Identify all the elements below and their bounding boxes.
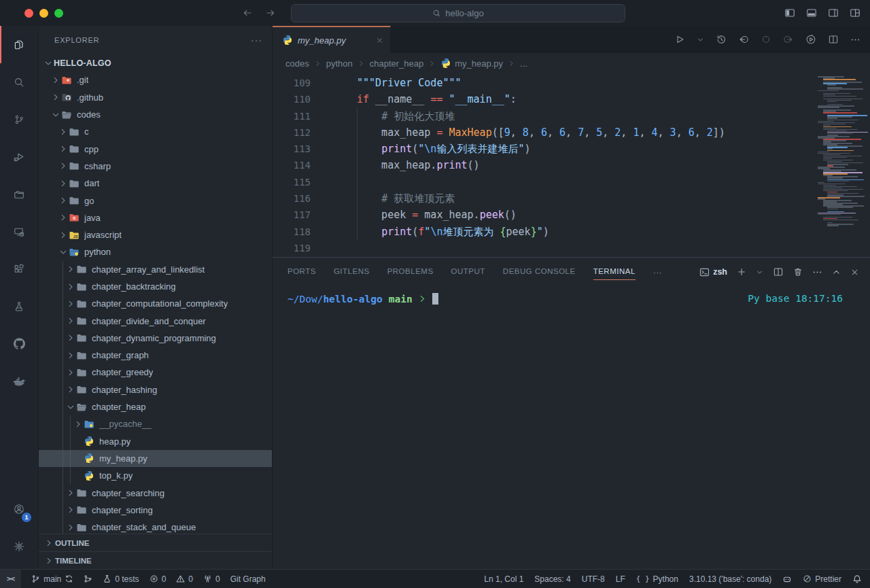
activity-search[interactable]: [0, 63, 38, 101]
toggle-primary-sidebar-button[interactable]: [784, 7, 795, 18]
status-copilot[interactable]: [782, 574, 792, 584]
step-over-button[interactable]: [783, 34, 794, 45]
status-test-explorer[interactable]: 0 tests: [103, 574, 139, 584]
tree-item-csharp[interactable]: csharp: [39, 158, 272, 175]
shell-selector-button[interactable]: zsh: [699, 267, 727, 277]
status-git-branch[interactable]: main: [31, 574, 73, 584]
panel-tab-problems[interactable]: PROBLEMS: [387, 264, 434, 280]
tree-item-chapter-heap[interactable]: chapter_heap: [39, 398, 272, 415]
tree-item-codes[interactable]: codes: [39, 106, 272, 123]
close-window-button[interactable]: [24, 9, 33, 18]
continue-button[interactable]: [761, 34, 771, 45]
command-center-search[interactable]: hello-algo: [291, 4, 625, 22]
close-panel-button[interactable]: [850, 268, 859, 277]
tree-item-java[interactable]: java: [39, 209, 272, 226]
section-outline[interactable]: OUTLINE: [39, 534, 272, 551]
tree-item-chapter-stack-and-queue[interactable]: chapter_stack_and_queue: [39, 519, 272, 534]
activity-accounts[interactable]: 1: [0, 490, 38, 528]
tree-item-heap-py[interactable]: heap.py: [39, 433, 272, 450]
navigate-back-icon[interactable]: [242, 7, 253, 18]
kill-terminal-button[interactable]: [793, 267, 803, 277]
zoom-window-button[interactable]: [54, 9, 63, 18]
panel-tab-terminal[interactable]: TERMINAL: [593, 264, 636, 280]
split-editor-button[interactable]: [828, 34, 839, 45]
toggle-panel-button[interactable]: [806, 7, 817, 18]
panel-tab-output[interactable]: OUTPUT: [451, 264, 485, 280]
tree-item-chapter-greedy[interactable]: chapter_greedy: [39, 364, 272, 381]
tree-item-chapter-computational-complexity[interactable]: chapter_computational_complexity: [39, 295, 272, 312]
tree-item--pycache-[interactable]: __pycache__: [39, 415, 272, 432]
status-python-interpreter[interactable]: 3.10.13 ('base': conda): [689, 574, 771, 584]
status-prettier[interactable]: Prettier: [803, 574, 841, 584]
tab-my-heap-py[interactable]: my_heap.py: [273, 26, 391, 53]
breadcrumb--[interactable]: ...: [520, 58, 527, 69]
new-terminal-button[interactable]: [737, 267, 746, 277]
activity-github[interactable]: [0, 325, 38, 362]
activity-remote-explorer[interactable]: [0, 213, 38, 250]
panel-tab-gitlens[interactable]: GITLENS: [334, 264, 370, 280]
tree-item-dart[interactable]: dart: [39, 175, 272, 192]
panel-tabs-more-button[interactable]: ···: [653, 267, 662, 277]
panel-tab-debug-console[interactable]: DEBUG CONSOLE: [503, 264, 576, 280]
activity-explorer[interactable]: [0, 26, 38, 63]
toggle-secondary-sidebar-button[interactable]: [828, 7, 839, 18]
tree-item-python[interactable]: python: [39, 243, 272, 260]
status-encoding[interactable]: UTF-8: [582, 574, 605, 584]
tree-item-my-heap-py[interactable]: my_heap.py: [39, 450, 272, 467]
tree-item-chapter-graph[interactable]: chapter_graph: [39, 347, 272, 364]
breadcrumb-python[interactable]: python: [326, 58, 353, 69]
status-eol[interactable]: LF: [616, 574, 625, 584]
minimize-window-button[interactable]: [39, 9, 48, 18]
tree-item-javascript[interactable]: JSjavascript: [39, 226, 272, 243]
status-notifications[interactable]: [852, 574, 862, 584]
more-actions-button[interactable]: [850, 35, 860, 45]
run-dropdown-button[interactable]: [697, 36, 704, 44]
code-editor[interactable]: 109"""Driver Code"""110if __name__ == "_…: [273, 73, 870, 257]
tree-item-chapter-sorting[interactable]: chapter_sorting: [39, 502, 272, 519]
minimap[interactable]: [818, 75, 868, 228]
status-forwarded-ports[interactable]: 0: [203, 574, 220, 584]
terminal-profiles-button[interactable]: [756, 269, 763, 276]
tree-item-top-k-py[interactable]: top_k.py: [39, 467, 272, 484]
breadcrumb-codes[interactable]: codes: [285, 58, 309, 69]
tree-item-chapter-backtracking[interactable]: chapter_backtracking: [39, 278, 272, 295]
status-git-graph[interactable]: Git Graph: [230, 574, 266, 584]
activity-run-debug[interactable]: [0, 138, 38, 175]
tree-item-chapter-divide-and-conquer[interactable]: chapter_divide_and_conquer: [39, 312, 272, 329]
panel-tab-ports[interactable]: PORTS: [288, 264, 316, 280]
split-terminal-button[interactable]: [773, 266, 784, 277]
status-problems-warnings[interactable]: 0: [176, 574, 193, 584]
run-file-button[interactable]: [674, 34, 685, 45]
tree-item-chapter-searching[interactable]: chapter_searching: [39, 484, 272, 501]
tree-item-chapter-dynamic-programming[interactable]: chapter_dynamic_programming: [39, 330, 272, 347]
status-remote-indicator[interactable]: ><: [0, 570, 21, 588]
tree-item-hello-algo[interactable]: HELLO-ALGO: [39, 54, 272, 71]
status-problems-errors[interactable]: 0: [150, 574, 167, 584]
more-button[interactable]: [812, 267, 822, 277]
breadcrumb-my-heap-py[interactable]: my_heap.py: [440, 58, 503, 69]
activity-extensions[interactable]: [0, 250, 38, 288]
step-back-button[interactable]: [738, 34, 749, 45]
navigate-forward-icon[interactable]: [265, 7, 276, 18]
activity-docker[interactable]: [0, 362, 38, 400]
tree-item--git[interactable]: .git: [39, 71, 272, 88]
timeline-history-button[interactable]: [716, 34, 727, 45]
customize-layout-button[interactable]: [850, 7, 860, 18]
activity-source-control[interactable]: [0, 101, 38, 138]
status-cursor-position[interactable]: Ln 1, Col 1: [484, 574, 523, 584]
explorer-more-actions-button[interactable]: ···: [251, 35, 262, 46]
tree-item-chapter-hashing[interactable]: chapter_hashing: [39, 381, 272, 398]
activity-settings[interactable]: [0, 528, 38, 565]
tree-item--github[interactable]: .github: [39, 89, 272, 106]
activity-testing[interactable]: [0, 288, 38, 325]
terminal[interactable]: ~/Dow/hello-algo main Py base 18:17:16: [273, 286, 870, 569]
tree-item-c[interactable]: c: [39, 123, 272, 140]
status-git-graph-view[interactable]: [84, 574, 92, 583]
tree-item-go[interactable]: go: [39, 192, 272, 209]
tree-item-cpp[interactable]: cpp: [39, 140, 272, 157]
run-python-file-button[interactable]: [805, 34, 816, 45]
close-tab-icon[interactable]: [376, 37, 383, 44]
tree-item-chapter-array-and-linkedlist[interactable]: chapter_array_and_linkedlist: [39, 261, 272, 278]
breadcrumb-chapter-heap[interactable]: chapter_heap: [370, 58, 424, 69]
activity-project-manager[interactable]: [0, 175, 38, 213]
